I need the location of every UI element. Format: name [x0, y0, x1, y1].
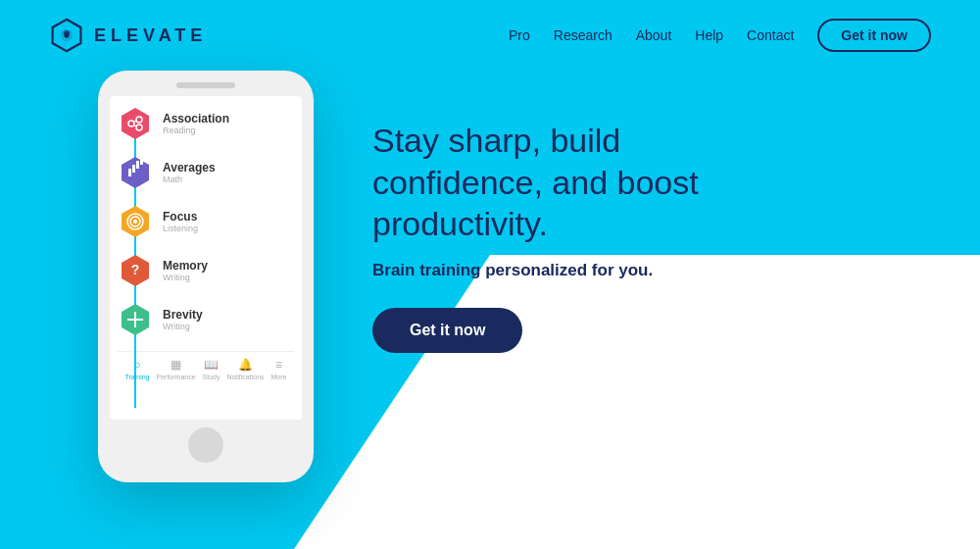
main-content: Association Reading [0, 71, 980, 482]
bottom-nav-more[interactable]: ≡ More [271, 358, 287, 380]
nav-cta-button[interactable]: Get it now [817, 19, 931, 52]
nav-research[interactable]: Research [554, 27, 612, 43]
memory-text: Memory Writing [163, 259, 208, 282]
focus-subtitle: Listening [163, 224, 198, 233]
svg-text:?: ? [131, 262, 140, 277]
notifications-icon: 🔔 [238, 358, 253, 372]
memory-icon: ? [118, 253, 153, 288]
page-wrapper: ELEVATE Pro Research About Help Contact … [0, 0, 980, 549]
bottom-nav-training[interactable]: ○ Training [124, 358, 149, 380]
averages-title: Averages [163, 161, 216, 175]
list-item: ? Memory Writing [118, 253, 294, 288]
phone-bottom-nav: ○ Training ▦ Performance 📖 Study 🔔 [118, 351, 294, 382]
memory-subtitle: Writing [163, 273, 208, 282]
phone-screen: Association Reading [110, 96, 302, 420]
bottom-nav-notifications-label: Notifications [226, 374, 264, 380]
focus-text: Focus Listening [163, 210, 198, 233]
navbar: ELEVATE Pro Research About Help Contact … [0, 0, 980, 71]
svg-point-17 [133, 220, 137, 224]
bottom-nav-performance[interactable]: ▦ Performance [156, 358, 195, 380]
bottom-nav-performance-label: Performance [156, 374, 195, 380]
association-icon [118, 106, 153, 141]
performance-icon: ▦ [171, 358, 181, 372]
phone-home-button[interactable] [188, 427, 223, 463]
study-icon: 📖 [204, 358, 219, 372]
svg-rect-10 [128, 169, 131, 176]
focus-title: Focus [163, 210, 198, 224]
phone-notch [176, 82, 235, 88]
list-item: Association Reading [118, 106, 294, 141]
hero-section: Stay sharp, build confidence, and boost … [372, 80, 784, 353]
memory-title: Memory [163, 259, 208, 273]
bottom-nav-notifications[interactable]: 🔔 Notifications [226, 358, 264, 380]
logo-icon [49, 18, 84, 53]
nav-links: Pro Research About Help Contact Get it n… [509, 19, 931, 52]
logo: ELEVATE [49, 18, 207, 53]
averages-text: Averages Math [163, 161, 216, 184]
hero-cta-button[interactable]: Get it now [372, 308, 522, 353]
nav-help[interactable]: Help [695, 27, 723, 43]
more-icon: ≡ [275, 358, 282, 372]
averages-icon [118, 155, 153, 190]
hero-headline: Stay sharp, build confidence, and boost … [372, 120, 784, 245]
brevity-title: Brevity [163, 308, 203, 322]
hero-subheadline: Brain training personalized for you. [372, 261, 784, 280]
list-item: Averages Math [118, 155, 294, 190]
phone-mockup: Association Reading [98, 71, 314, 482]
bottom-nav-study-label: Study [203, 374, 220, 380]
svg-rect-12 [136, 161, 139, 169]
nav-about[interactable]: About [636, 27, 672, 43]
nav-contact[interactable]: Contact [747, 27, 794, 43]
bottom-nav-more-label: More [271, 374, 287, 380]
phone-body: Association Reading [98, 71, 314, 482]
app-list: Association Reading [118, 106, 294, 337]
list-item: Focus Listening [118, 204, 294, 239]
association-text: Association Reading [163, 112, 229, 135]
brand-name: ELEVATE [94, 25, 207, 46]
svg-rect-11 [132, 165, 135, 173]
association-title: Association [163, 112, 229, 125]
focus-icon [118, 204, 153, 239]
list-item: Brevity Writing [118, 302, 294, 337]
brevity-text: Brevity Writing [163, 308, 203, 331]
bottom-nav-training-label: Training [124, 374, 149, 380]
brevity-icon [118, 302, 153, 337]
svg-marker-3 [122, 108, 149, 139]
averages-subtitle: Math [163, 175, 216, 184]
svg-point-2 [64, 32, 69, 37]
bottom-nav-study[interactable]: 📖 Study [203, 358, 220, 380]
association-subtitle: Reading [163, 125, 229, 135]
nav-pro[interactable]: Pro [509, 27, 530, 43]
svg-rect-13 [140, 157, 143, 165]
brevity-subtitle: Writing [163, 322, 203, 331]
